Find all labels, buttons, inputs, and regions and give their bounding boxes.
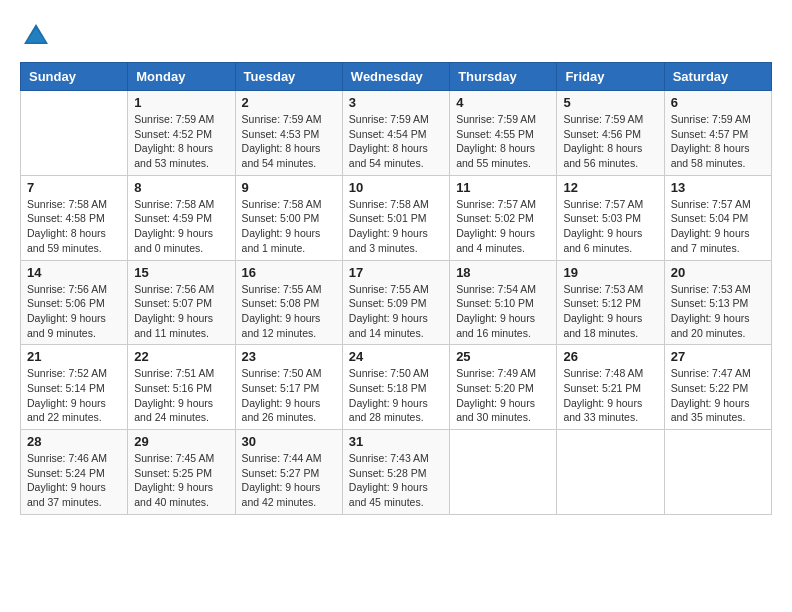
calendar-cell: 6Sunrise: 7:59 AM Sunset: 4:57 PM Daylig… <box>664 91 771 176</box>
day-number: 31 <box>349 434 443 449</box>
day-detail: Sunrise: 7:56 AM Sunset: 5:07 PM Dayligh… <box>134 282 228 341</box>
day-detail: Sunrise: 7:48 AM Sunset: 5:21 PM Dayligh… <box>563 366 657 425</box>
day-number: 22 <box>134 349 228 364</box>
day-header: Friday <box>557 63 664 91</box>
day-number: 5 <box>563 95 657 110</box>
day-header: Wednesday <box>342 63 449 91</box>
calendar-cell <box>557 430 664 515</box>
calendar-cell: 26Sunrise: 7:48 AM Sunset: 5:21 PM Dayli… <box>557 345 664 430</box>
week-row: 1Sunrise: 7:59 AM Sunset: 4:52 PM Daylig… <box>21 91 772 176</box>
calendar-cell: 11Sunrise: 7:57 AM Sunset: 5:02 PM Dayli… <box>450 175 557 260</box>
calendar-cell: 5Sunrise: 7:59 AM Sunset: 4:56 PM Daylig… <box>557 91 664 176</box>
day-detail: Sunrise: 7:53 AM Sunset: 5:12 PM Dayligh… <box>563 282 657 341</box>
day-detail: Sunrise: 7:44 AM Sunset: 5:27 PM Dayligh… <box>242 451 336 510</box>
calendar-cell: 28Sunrise: 7:46 AM Sunset: 5:24 PM Dayli… <box>21 430 128 515</box>
day-header: Thursday <box>450 63 557 91</box>
calendar-cell: 10Sunrise: 7:58 AM Sunset: 5:01 PM Dayli… <box>342 175 449 260</box>
day-number: 9 <box>242 180 336 195</box>
calendar-cell: 22Sunrise: 7:51 AM Sunset: 5:16 PM Dayli… <box>128 345 235 430</box>
day-detail: Sunrise: 7:55 AM Sunset: 5:08 PM Dayligh… <box>242 282 336 341</box>
calendar-cell: 31Sunrise: 7:43 AM Sunset: 5:28 PM Dayli… <box>342 430 449 515</box>
calendar-cell: 13Sunrise: 7:57 AM Sunset: 5:04 PM Dayli… <box>664 175 771 260</box>
calendar-cell: 14Sunrise: 7:56 AM Sunset: 5:06 PM Dayli… <box>21 260 128 345</box>
day-number: 2 <box>242 95 336 110</box>
day-detail: Sunrise: 7:58 AM Sunset: 5:01 PM Dayligh… <box>349 197 443 256</box>
day-detail: Sunrise: 7:49 AM Sunset: 5:20 PM Dayligh… <box>456 366 550 425</box>
day-number: 8 <box>134 180 228 195</box>
day-detail: Sunrise: 7:59 AM Sunset: 4:55 PM Dayligh… <box>456 112 550 171</box>
day-detail: Sunrise: 7:59 AM Sunset: 4:52 PM Dayligh… <box>134 112 228 171</box>
calendar-cell: 8Sunrise: 7:58 AM Sunset: 4:59 PM Daylig… <box>128 175 235 260</box>
day-detail: Sunrise: 7:50 AM Sunset: 5:18 PM Dayligh… <box>349 366 443 425</box>
calendar-cell: 2Sunrise: 7:59 AM Sunset: 4:53 PM Daylig… <box>235 91 342 176</box>
day-number: 17 <box>349 265 443 280</box>
day-number: 4 <box>456 95 550 110</box>
day-header: Tuesday <box>235 63 342 91</box>
day-detail: Sunrise: 7:54 AM Sunset: 5:10 PM Dayligh… <box>456 282 550 341</box>
calendar-cell: 25Sunrise: 7:49 AM Sunset: 5:20 PM Dayli… <box>450 345 557 430</box>
calendar-cell: 24Sunrise: 7:50 AM Sunset: 5:18 PM Dayli… <box>342 345 449 430</box>
day-detail: Sunrise: 7:59 AM Sunset: 4:56 PM Dayligh… <box>563 112 657 171</box>
calendar-cell: 9Sunrise: 7:58 AM Sunset: 5:00 PM Daylig… <box>235 175 342 260</box>
day-number: 30 <box>242 434 336 449</box>
logo-icon <box>20 20 52 52</box>
day-number: 3 <box>349 95 443 110</box>
day-header: Monday <box>128 63 235 91</box>
calendar-cell: 7Sunrise: 7:58 AM Sunset: 4:58 PM Daylig… <box>21 175 128 260</box>
calendar-cell: 21Sunrise: 7:52 AM Sunset: 5:14 PM Dayli… <box>21 345 128 430</box>
day-number: 11 <box>456 180 550 195</box>
calendar-cell: 29Sunrise: 7:45 AM Sunset: 5:25 PM Dayli… <box>128 430 235 515</box>
day-detail: Sunrise: 7:45 AM Sunset: 5:25 PM Dayligh… <box>134 451 228 510</box>
calendar-cell: 12Sunrise: 7:57 AM Sunset: 5:03 PM Dayli… <box>557 175 664 260</box>
day-detail: Sunrise: 7:46 AM Sunset: 5:24 PM Dayligh… <box>27 451 121 510</box>
calendar-cell: 3Sunrise: 7:59 AM Sunset: 4:54 PM Daylig… <box>342 91 449 176</box>
day-detail: Sunrise: 7:59 AM Sunset: 4:54 PM Dayligh… <box>349 112 443 171</box>
day-header: Saturday <box>664 63 771 91</box>
day-number: 23 <box>242 349 336 364</box>
day-detail: Sunrise: 7:59 AM Sunset: 4:57 PM Dayligh… <box>671 112 765 171</box>
week-row: 14Sunrise: 7:56 AM Sunset: 5:06 PM Dayli… <box>21 260 772 345</box>
day-number: 24 <box>349 349 443 364</box>
page-header <box>20 20 772 52</box>
calendar-cell: 20Sunrise: 7:53 AM Sunset: 5:13 PM Dayli… <box>664 260 771 345</box>
calendar-cell <box>21 91 128 176</box>
day-number: 14 <box>27 265 121 280</box>
calendar-table: SundayMondayTuesdayWednesdayThursdayFrid… <box>20 62 772 515</box>
day-detail: Sunrise: 7:50 AM Sunset: 5:17 PM Dayligh… <box>242 366 336 425</box>
week-row: 21Sunrise: 7:52 AM Sunset: 5:14 PM Dayli… <box>21 345 772 430</box>
calendar-cell <box>664 430 771 515</box>
calendar-cell: 23Sunrise: 7:50 AM Sunset: 5:17 PM Dayli… <box>235 345 342 430</box>
calendar-cell: 16Sunrise: 7:55 AM Sunset: 5:08 PM Dayli… <box>235 260 342 345</box>
day-header: Sunday <box>21 63 128 91</box>
calendar-cell: 30Sunrise: 7:44 AM Sunset: 5:27 PM Dayli… <box>235 430 342 515</box>
day-detail: Sunrise: 7:57 AM Sunset: 5:03 PM Dayligh… <box>563 197 657 256</box>
day-detail: Sunrise: 7:56 AM Sunset: 5:06 PM Dayligh… <box>27 282 121 341</box>
week-row: 7Sunrise: 7:58 AM Sunset: 4:58 PM Daylig… <box>21 175 772 260</box>
day-number: 15 <box>134 265 228 280</box>
day-number: 7 <box>27 180 121 195</box>
day-detail: Sunrise: 7:55 AM Sunset: 5:09 PM Dayligh… <box>349 282 443 341</box>
header-row: SundayMondayTuesdayWednesdayThursdayFrid… <box>21 63 772 91</box>
day-number: 18 <box>456 265 550 280</box>
day-number: 13 <box>671 180 765 195</box>
day-number: 28 <box>27 434 121 449</box>
day-number: 6 <box>671 95 765 110</box>
calendar-cell: 15Sunrise: 7:56 AM Sunset: 5:07 PM Dayli… <box>128 260 235 345</box>
day-number: 16 <box>242 265 336 280</box>
week-row: 28Sunrise: 7:46 AM Sunset: 5:24 PM Dayli… <box>21 430 772 515</box>
day-detail: Sunrise: 7:58 AM Sunset: 5:00 PM Dayligh… <box>242 197 336 256</box>
day-detail: Sunrise: 7:58 AM Sunset: 4:59 PM Dayligh… <box>134 197 228 256</box>
day-detail: Sunrise: 7:57 AM Sunset: 5:02 PM Dayligh… <box>456 197 550 256</box>
day-detail: Sunrise: 7:59 AM Sunset: 4:53 PM Dayligh… <box>242 112 336 171</box>
day-number: 29 <box>134 434 228 449</box>
day-detail: Sunrise: 7:43 AM Sunset: 5:28 PM Dayligh… <box>349 451 443 510</box>
day-number: 12 <box>563 180 657 195</box>
day-detail: Sunrise: 7:51 AM Sunset: 5:16 PM Dayligh… <box>134 366 228 425</box>
calendar-cell: 27Sunrise: 7:47 AM Sunset: 5:22 PM Dayli… <box>664 345 771 430</box>
day-detail: Sunrise: 7:58 AM Sunset: 4:58 PM Dayligh… <box>27 197 121 256</box>
calendar-cell: 18Sunrise: 7:54 AM Sunset: 5:10 PM Dayli… <box>450 260 557 345</box>
day-number: 25 <box>456 349 550 364</box>
day-number: 27 <box>671 349 765 364</box>
day-number: 21 <box>27 349 121 364</box>
day-detail: Sunrise: 7:52 AM Sunset: 5:14 PM Dayligh… <box>27 366 121 425</box>
